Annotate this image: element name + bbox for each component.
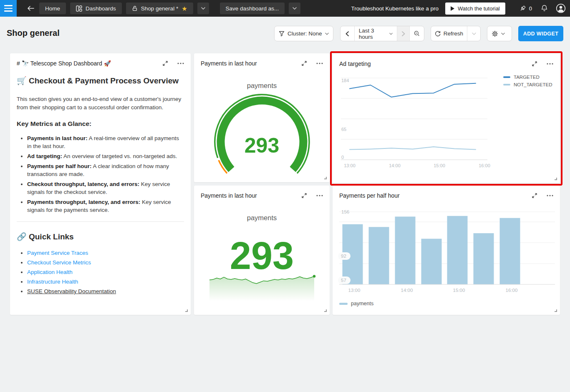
cluster-filter-label: Cluster: None [288, 30, 322, 37]
cluster-filter-button[interactable]: Cluster: None [274, 26, 333, 41]
expand-icon[interactable] [301, 193, 307, 199]
play-icon [451, 6, 454, 11]
expand-icon[interactable] [301, 60, 307, 66]
save-dashboard-as-button[interactable]: Save dashboard as... [220, 3, 285, 14]
legend-label: NOT_TARGETED [514, 82, 552, 87]
widget-title: Ad targeting [339, 60, 371, 67]
resize-handle[interactable] [324, 309, 327, 312]
quick-link[interactable]: Checkout Service Metrics [27, 259, 91, 266]
refresh-icon [435, 31, 441, 37]
metric-item: Payments in last hour: A real-time overv… [27, 134, 184, 150]
metric-item: Payments throughput, latency, and errors… [27, 198, 184, 214]
pin-count: 0 [529, 5, 532, 12]
chevron-down-icon [293, 7, 297, 10]
resize-handle[interactable] [324, 177, 327, 179]
pinned-items-button[interactable]: 0 [519, 5, 532, 12]
metrics-heading: Key Metrics at a Glance: [17, 120, 184, 128]
legend-item-payments[interactable]: payments [339, 301, 373, 307]
svg-text:65: 65 [341, 127, 346, 132]
svg-text:184: 184 [341, 78, 349, 83]
filter-funnel-icon [279, 31, 285, 37]
arrow-left-icon [27, 6, 35, 11]
zoom-out-time-button[interactable] [409, 26, 424, 41]
tab-home[interactable]: Home [39, 3, 66, 14]
time-back-button[interactable] [340, 26, 354, 41]
quick-link[interactable]: Infrastructure Health [27, 279, 78, 285]
divider [17, 221, 184, 222]
promo-text: Troubleshoot Kubernetes like a pro [351, 5, 439, 12]
save-dashboard-dropdown[interactable] [289, 3, 300, 14]
more-menu-icon[interactable] [547, 195, 553, 196]
more-menu-icon[interactable] [316, 195, 323, 196]
hamburger-menu-button[interactable] [0, 0, 17, 17]
legend-item-not_targeted[interactable]: NOT_TARGETED [503, 82, 552, 87]
gear-icon [492, 30, 498, 37]
widget-title: Payments per half hour [339, 192, 400, 199]
favorite-star-icon[interactable]: ★ [182, 5, 187, 12]
legend-marker [503, 76, 510, 78]
metric-item: Payments per half hour: A clear indicati… [27, 162, 184, 178]
user-avatar[interactable] [556, 3, 566, 13]
svg-text:15:00: 15:00 [453, 288, 465, 293]
quick-link[interactable]: Application Health [27, 269, 73, 275]
number-metric-label: payments [194, 214, 330, 222]
svg-text:16:00: 16:00 [479, 163, 490, 168]
metric-item: Ad targeting: An overview of targeted vs… [27, 152, 184, 160]
tab-dashboards-label: Dashboards [86, 5, 116, 12]
markdown-content: 🛒 Checkout & Payment Process Overview Th… [17, 73, 184, 297]
legend-item-targeted[interactable]: TARGETED [503, 75, 540, 80]
more-menu-icon[interactable] [177, 63, 184, 64]
more-menu-icon[interactable] [547, 63, 553, 65]
refresh-label: Refresh [444, 30, 463, 37]
gauge-metric-label: payments [194, 82, 330, 90]
resize-handle[interactable] [555, 178, 557, 180]
quick-link-item: SUSE Observability Documentation [27, 288, 184, 295]
back-button[interactable] [23, 0, 39, 17]
time-range-button[interactable]: Last 3 hours [354, 26, 397, 41]
page-title: Shop general [7, 28, 60, 38]
dashboards-icon [76, 5, 82, 12]
chevron-right-icon [402, 31, 405, 36]
tab-shop-general[interactable]: Shop general * ★ [126, 3, 193, 14]
refresh-button[interactable]: Refresh [431, 26, 467, 41]
quick-links-list: Payment Service TracesCheckout Service M… [17, 249, 184, 295]
dashboard-settings-button[interactable] [487, 26, 512, 41]
quick-link[interactable]: SUSE Observability Documentation [27, 288, 116, 294]
add-widget-button[interactable]: ADD WIDGET [518, 26, 563, 41]
dashboard-screen: Home Dashboards Shop general * ★ Save da… [0, 0, 570, 392]
legend-marker [339, 303, 348, 305]
svg-text:13:00: 13:00 [348, 288, 361, 293]
chevron-down-icon [472, 33, 476, 35]
dashboard-tab-dropdown[interactable] [197, 3, 209, 14]
quick-link-item: Payment Service Traces [27, 249, 184, 256]
legend-label: payments [351, 301, 373, 307]
resize-handle[interactable] [185, 309, 188, 312]
quick-link-item: Infrastructure Health [27, 278, 184, 285]
svg-text:14:00: 14:00 [401, 288, 413, 293]
quick-link[interactable]: Payment Service Traces [27, 250, 88, 256]
svg-text:57: 57 [341, 278, 346, 283]
expand-icon[interactable] [162, 60, 168, 66]
more-menu-icon[interactable] [316, 63, 323, 64]
gauge-value: 293 [194, 133, 330, 158]
zoom-out-icon [414, 30, 420, 37]
quick-link-item: Application Health [27, 269, 184, 276]
svg-text:0: 0 [341, 155, 344, 160]
svg-text:16:00: 16:00 [506, 288, 518, 293]
metrics-list: Payments in last hour: A real-time overv… [17, 134, 184, 214]
chevron-down-icon [389, 33, 393, 35]
quick-link-item: Checkout Service Metrics [27, 259, 184, 266]
resize-handle[interactable] [555, 309, 557, 312]
refresh-interval-dropdown[interactable] [467, 26, 480, 41]
expand-icon[interactable] [532, 193, 537, 199]
tab-dashboards[interactable]: Dashboards [70, 3, 122, 14]
chevron-left-icon [346, 31, 349, 36]
notifications-bell-icon[interactable] [541, 5, 548, 12]
expand-icon[interactable] [532, 61, 537, 67]
time-range-label: Last 3 hours [359, 28, 386, 40]
widget-payments-gauge: Payments in last hour payments 293 [194, 53, 330, 182]
watch-tutorial-button[interactable]: Watch the tutorial [445, 3, 505, 15]
svg-text:92: 92 [341, 254, 346, 259]
payments-sparkline [207, 271, 316, 302]
time-forward-button[interactable] [397, 26, 409, 41]
